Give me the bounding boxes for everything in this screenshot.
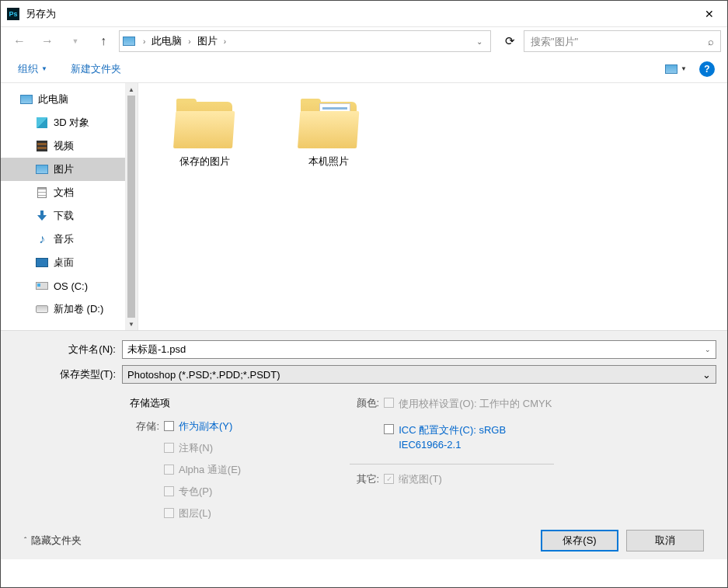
tree-item-doc[interactable]: 文档 [1, 181, 138, 204]
folder-item[interactable]: 保存的图片 [162, 99, 247, 169]
3d-icon [35, 117, 49, 129]
folder-icon [173, 99, 235, 148]
breadcrumb-pc[interactable]: 此电脑 [148, 34, 185, 48]
icc-label: ICC 配置文件(C): sRGB IEC61966-2.1 [399, 423, 554, 453]
file-list[interactable]: 保存的图片本机照片 [138, 83, 727, 330]
photoshop-icon: Ps [7, 8, 19, 20]
up-button[interactable]: ↑ [91, 30, 116, 52]
search-icon[interactable]: ⌕ [708, 36, 714, 47]
tree-item-label: 文档 [54, 186, 74, 200]
music-icon: ♪ [35, 233, 49, 245]
address-bar[interactable]: › 此电脑 › 图片 › ⌄ [119, 30, 491, 52]
titlebar: Ps 另存为 ✕ [1, 1, 727, 27]
tree-item-video[interactable]: 视频 [1, 134, 138, 158]
footer: ˆ 隐藏文件夹 保存(S) 取消 [12, 520, 716, 551]
proof-label: 使用校样设置(O): 工作中的 CMYK [399, 396, 552, 412]
folder-icon [298, 99, 360, 148]
folder-label: 本机照片 [308, 155, 349, 169]
folder-item[interactable]: 本机照片 [286, 99, 371, 169]
doc-icon [35, 186, 49, 199]
search-input[interactable] [531, 36, 708, 47]
new-folder-button[interactable]: 新建文件夹 [66, 59, 126, 79]
filename-dropdown-icon[interactable]: ⌄ [705, 346, 711, 353]
notes-label: 注释(N) [179, 441, 213, 455]
tree-item-desktop[interactable]: 桌面 [1, 251, 138, 274]
tree-item-label: 图片 [54, 162, 74, 176]
tree-item-drive[interactable]: OS (C:) [1, 274, 138, 297]
tree-item-label: 音乐 [54, 232, 74, 246]
desktop-icon [35, 256, 49, 269]
filetype-select[interactable]: Photoshop (*.PSD;*.PDD;*.PSDT) ⌄ [122, 365, 716, 384]
alpha-label: Alpha 通道(E) [179, 463, 241, 477]
tree-item-3d[interactable]: 3D 对象 [1, 111, 138, 134]
drive-icon [35, 280, 49, 292]
proof-checkbox [384, 398, 394, 408]
save-button[interactable]: 保存(S) [541, 530, 618, 551]
as-copy-label: 作为副本(Y) [179, 419, 232, 433]
as-copy-checkbox[interactable] [164, 421, 174, 431]
bottom-panel: 文件名(N): 未标题-1.psd ⌄ 保存类型(T): Photoshop (… [1, 330, 727, 559]
forward-button[interactable]: → [35, 30, 60, 52]
notes-checkbox [164, 443, 174, 453]
scroll-up-icon[interactable]: ▲ [125, 83, 138, 96]
filetype-dropdown-icon[interactable]: ⌄ [702, 369, 711, 381]
organize-menu[interactable]: 组织▼ [13, 59, 52, 79]
recent-dropdown[interactable]: ▼ [63, 30, 88, 52]
close-button[interactable]: ✕ [691, 1, 727, 27]
refresh-button[interactable]: ⟳ [499, 30, 521, 52]
caret-up-icon: ˆ [24, 537, 26, 545]
tree-item-label: 视频 [54, 139, 74, 153]
tree-item-label: 下载 [54, 209, 74, 223]
thumbnail-label: 缩览图(T) [399, 472, 442, 486]
layers-checkbox [164, 508, 174, 518]
video-icon [35, 140, 49, 152]
hide-folders-toggle[interactable]: ˆ 隐藏文件夹 [24, 534, 82, 548]
view-mode-dropdown[interactable]: ▼ [681, 65, 687, 72]
filename-label: 文件名(N): [12, 343, 122, 357]
tree-item-label: 3D 对象 [54, 116, 89, 130]
options-header: 存储选项 [130, 396, 241, 410]
color-label: 颜色: [350, 396, 379, 410]
tree-item-dl[interactable]: 下载 [1, 204, 138, 228]
scroll-down-icon[interactable]: ▼ [125, 318, 138, 330]
tree-item-pc[interactable]: 此电脑 [1, 88, 138, 111]
search-box[interactable]: ⌕ [524, 30, 721, 52]
save-label: 存储: [130, 419, 159, 433]
breadcrumb-pictures[interactable]: 图片 [194, 34, 221, 48]
pc-icon [19, 93, 33, 106]
chevron-right-icon[interactable]: › [140, 37, 148, 46]
nav-row: ← → ▼ ↑ › 此电脑 › 图片 › ⌄ ⟳ ⌕ [1, 27, 727, 55]
pic-icon [35, 163, 49, 176]
other-label: 其它: [350, 472, 379, 486]
alpha-checkbox [164, 464, 174, 475]
folder-tree: 此电脑3D 对象视频图片文档下载♪音乐桌面OS (C:)新加卷 (D:) ▲ ▼ [1, 83, 138, 330]
tree-item-pic[interactable]: 图片 [1, 158, 138, 181]
tree-scrollbar[interactable]: ▲ ▼ [125, 83, 138, 330]
toolbar: 组织▼ 新建文件夹 ▼ ? [1, 55, 727, 83]
tree-item-music[interactable]: ♪音乐 [1, 228, 138, 251]
pc-icon [123, 37, 135, 46]
filename-input[interactable]: 未标题-1.psd ⌄ [122, 340, 716, 359]
folder-label: 保存的图片 [179, 155, 230, 169]
tree-item-drive2[interactable]: 新加卷 (D:) [1, 297, 138, 321]
view-mode-icon[interactable] [665, 64, 677, 74]
back-button[interactable]: ← [7, 30, 32, 52]
scroll-thumb[interactable] [127, 96, 135, 318]
icc-checkbox[interactable] [384, 424, 394, 434]
cancel-button[interactable]: 取消 [626, 530, 704, 551]
chevron-right-icon[interactable]: › [221, 37, 229, 46]
filetype-label: 保存类型(T): [12, 367, 122, 381]
address-dropdown-icon[interactable]: ⌄ [472, 37, 487, 46]
spot-checkbox [164, 486, 174, 496]
tree-item-label: 新加卷 (D:) [54, 302, 103, 316]
help-button[interactable]: ? [699, 61, 715, 77]
window-title: 另存为 [26, 7, 56, 21]
tree-item-label: 桌面 [54, 256, 74, 270]
layers-label: 图层(L) [179, 506, 211, 520]
tree-item-label: 此电脑 [38, 92, 68, 106]
dl-icon [35, 210, 49, 222]
main-area: 此电脑3D 对象视频图片文档下载♪音乐桌面OS (C:)新加卷 (D:) ▲ ▼… [1, 83, 727, 330]
spot-label: 专色(P) [179, 485, 212, 499]
chevron-right-icon[interactable]: › [185, 37, 193, 46]
save-options: 存储选项 存储: 作为副本(Y) 注释(N) Alpha 通道(E) 专色(P) [12, 390, 716, 520]
